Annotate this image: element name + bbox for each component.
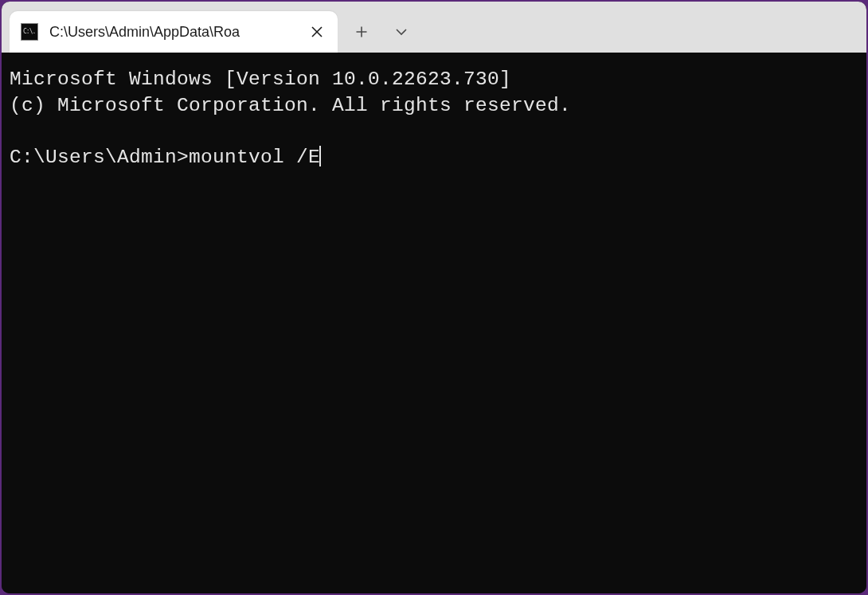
blank-line [10, 119, 858, 146]
close-tab-button[interactable] [306, 21, 328, 43]
titlebar-actions [344, 11, 419, 53]
banner-line-2: (c) Microsoft Corporation. All rights re… [10, 93, 858, 119]
terminal-content[interactable]: Microsoft Windows [Version 10.0.22623.73… [2, 53, 866, 593]
tab-title: C:\Users\Admin\AppData\Roa [49, 24, 299, 41]
plus-icon [355, 25, 368, 38]
command-text: mountvol /E [189, 147, 320, 168]
titlebar: C:\. C:\Users\Admin\AppData\Roa [2, 2, 866, 53]
terminal-window: C:\. C:\Users\Admin\AppData\Roa [2, 2, 866, 593]
prompt-line: C:\Users\Admin>mountvol /E [10, 145, 858, 171]
tab-dropdown-button[interactable] [384, 16, 419, 48]
cmd-icon: C:\. [21, 23, 38, 41]
new-tab-button[interactable] [344, 16, 379, 48]
banner-line-1: Microsoft Windows [Version 10.0.22623.73… [10, 67, 858, 93]
close-icon [311, 26, 323, 37]
tab-active[interactable]: C:\. C:\Users\Admin\AppData\Roa [10, 11, 338, 53]
text-cursor [319, 146, 321, 166]
prompt-text: C:\Users\Admin> [10, 147, 189, 168]
cmd-icon-text: C:\. [23, 29, 35, 35]
chevron-down-icon [395, 28, 408, 36]
